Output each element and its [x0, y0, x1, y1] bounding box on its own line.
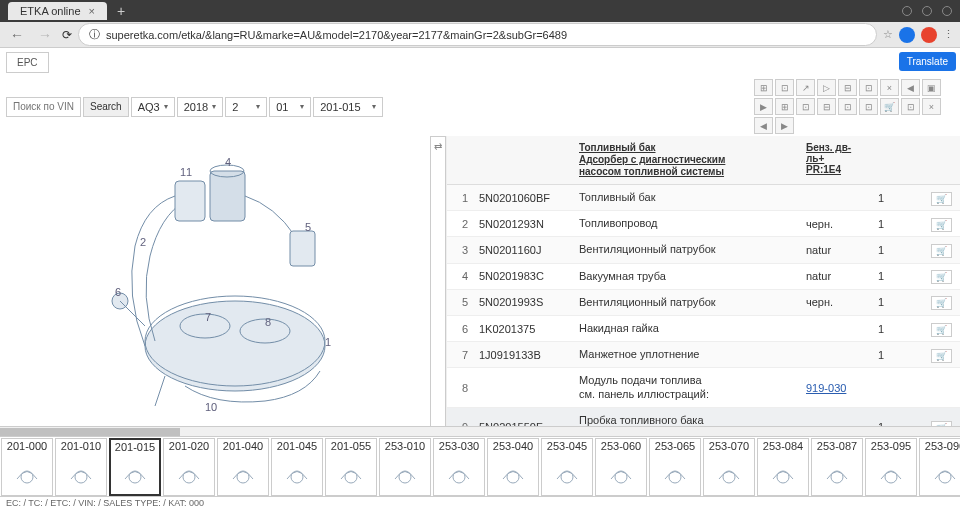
forward-icon[interactable]: → [34, 27, 56, 43]
tool-icon[interactable]: ↗ [796, 79, 815, 96]
tool-icon[interactable]: ⊟ [838, 79, 857, 96]
minimize-icon[interactable] [902, 6, 912, 16]
menu-icon[interactable]: ⋮ [943, 28, 954, 41]
thumbnail[interactable]: 201-020 [163, 438, 215, 496]
thumbnail[interactable]: 201-000 [1, 438, 53, 496]
svg-rect-5 [210, 171, 245, 221]
browser-titlebar: ETKA online × + [0, 0, 960, 22]
svg-point-33 [831, 471, 843, 483]
next-icon[interactable]: ▶ [775, 117, 794, 134]
site-info-icon[interactable]: ⓘ [89, 27, 100, 42]
header-desc: Топливный бак Адсорбер с диагностическим… [579, 142, 806, 178]
reload-icon[interactable]: ⟳ [62, 28, 72, 42]
thumbnail[interactable]: 201-055 [325, 438, 377, 496]
close-icon[interactable]: × [89, 5, 95, 17]
epc-button[interactable]: EPC [6, 52, 49, 73]
panel-toggle[interactable]: ⇄ [430, 136, 446, 436]
add-cart-button[interactable]: 🛒 [931, 244, 952, 258]
chevron-down-icon: ▾ [256, 102, 260, 111]
model-select[interactable]: AQ3▾ [131, 97, 175, 117]
tool-icon[interactable]: ▷ [817, 79, 836, 96]
star-icon[interactable]: ☆ [883, 28, 893, 41]
nav-icon[interactable]: ▣ [922, 79, 941, 96]
table-row[interactable]: 61K0201375Накидная гайка1🛒 [447, 316, 960, 342]
back-icon[interactable]: ← [6, 27, 28, 43]
tool-icon[interactable]: ⊡ [859, 98, 878, 115]
subgroup-select[interactable]: 01▾ [269, 97, 311, 117]
table-row[interactable]: 25N0201293NТопливопроводчерн.1🛒 [447, 211, 960, 237]
chevron-down-icon: ▾ [212, 102, 216, 111]
table-row[interactable]: 45N0201983CВакуумная трубаnatur1🛒 [447, 264, 960, 290]
thumbnail[interactable]: 201-045 [271, 438, 323, 496]
scrollbar-thumb[interactable] [0, 428, 180, 436]
svg-point-29 [615, 471, 627, 483]
chevron-down-icon: ▾ [372, 102, 376, 111]
parts-diagram[interactable]: 1146 257 8110 [0, 136, 430, 436]
close-window-icon[interactable] [942, 6, 952, 16]
ext-icon-2[interactable] [921, 27, 937, 43]
tool-icon[interactable]: × [880, 79, 899, 96]
tool-icon[interactable]: ⊞ [754, 79, 773, 96]
new-tab-button[interactable]: + [117, 3, 125, 19]
vin-search-input[interactable] [6, 97, 81, 117]
thumbnail[interactable]: 253-096 [919, 438, 960, 496]
group-select[interactable]: 2▾ [225, 97, 267, 117]
thumbnail[interactable]: 253-010 [379, 438, 431, 496]
thumbnail-strip[interactable]: 201-000201-010201-015201-020201-040201-0… [0, 436, 960, 496]
svg-point-24 [345, 471, 357, 483]
table-row[interactable]: 35N0201160JВентиляционный патрубокnatur1… [447, 237, 960, 263]
add-cart-button[interactable]: 🛒 [931, 296, 952, 310]
tab-title: ETKA online [20, 5, 81, 17]
address-bar: ← → ⟳ ⓘ superetka.com/etka/&lang=RU&mark… [0, 22, 960, 48]
thumbnail[interactable]: 253-070 [703, 438, 755, 496]
ext-icon-1[interactable] [899, 27, 915, 43]
thumbnail[interactable]: 253-065 [649, 438, 701, 496]
thumbnail[interactable]: 253-045 [541, 438, 593, 496]
maximize-icon[interactable] [922, 6, 932, 16]
tool-icon[interactable]: ⊟ [817, 98, 836, 115]
thumbnail[interactable]: 253-040 [487, 438, 539, 496]
search-button[interactable]: Search [83, 97, 129, 117]
tool-icon[interactable]: ⊡ [859, 79, 878, 96]
parts-table: Топливный бак Адсорбер с диагностическим… [446, 136, 960, 436]
prev-icon[interactable]: ◀ [754, 117, 773, 134]
tool-icon[interactable]: ⊡ [838, 98, 857, 115]
chevron-down-icon: ▾ [164, 102, 168, 111]
toolbar: ⊞⊡↗▷⊟⊡×◀▣▶ ⊞⊡⊟⊡⊡🛒⊡×◀▶ [754, 79, 954, 134]
tool-icon[interactable]: ⊡ [901, 98, 920, 115]
thumbnail[interactable]: 201-010 [55, 438, 107, 496]
add-cart-button[interactable]: 🛒 [931, 192, 952, 206]
next-icon[interactable]: ▶ [754, 98, 773, 115]
svg-point-23 [291, 471, 303, 483]
thumbnail[interactable]: 253-060 [595, 438, 647, 496]
url-input[interactable]: ⓘ superetka.com/etka/&lang=RU&marke=AU&m… [78, 23, 877, 46]
year-select[interactable]: 2018▾ [177, 97, 223, 117]
thumbnail[interactable]: 253-095 [865, 438, 917, 496]
add-cart-button[interactable]: 🛒 [931, 218, 952, 232]
add-cart-button[interactable]: 🛒 [931, 270, 952, 284]
table-row[interactable]: 15N0201060BFТопливный бак1🛒 [447, 185, 960, 211]
tool-icon[interactable]: ⊞ [775, 98, 794, 115]
thumbnail[interactable]: 253-087 [811, 438, 863, 496]
prev-icon[interactable]: ◀ [901, 79, 920, 96]
header-note: Бенз. дв-ль+ PR:1E4 [806, 142, 866, 178]
add-cart-button[interactable]: 🛒 [931, 323, 952, 337]
table-row[interactable]: 8Модуль подачи топлива см. панель иллюст… [447, 368, 960, 407]
horizontal-scrollbar[interactable] [0, 426, 960, 436]
thumbnail[interactable]: 253-030 [433, 438, 485, 496]
add-cart-button[interactable]: 🛒 [931, 349, 952, 363]
cart-icon[interactable]: 🛒 [880, 98, 899, 115]
tool-icon[interactable]: × [922, 98, 941, 115]
svg-text:11: 11 [180, 166, 192, 178]
table-row[interactable]: 71J0919133BМанжетное уплотнение1🛒 [447, 342, 960, 368]
tool-icon[interactable]: ⊡ [796, 98, 815, 115]
thumbnail[interactable]: 201-040 [217, 438, 269, 496]
translate-button[interactable]: Translate [899, 52, 956, 71]
thumbnail[interactable]: 201-015 [109, 438, 161, 496]
ref-link[interactable]: 919-030 [806, 382, 846, 394]
illustration-select[interactable]: 201-015▾ [313, 97, 383, 117]
browser-tab[interactable]: ETKA online × [8, 2, 107, 20]
thumbnail[interactable]: 253-084 [757, 438, 809, 496]
tool-icon[interactable]: ⊡ [775, 79, 794, 96]
table-row[interactable]: 55N0201993SВентиляционный патрубокчерн.1… [447, 290, 960, 316]
